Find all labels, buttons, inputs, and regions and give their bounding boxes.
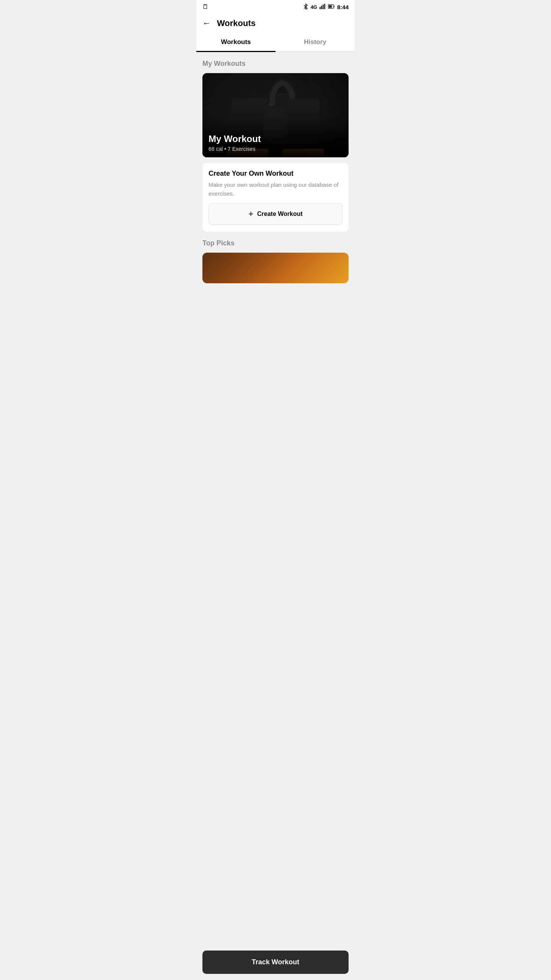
workout-card-name: My Workout (209, 134, 342, 144)
header: ← Workouts (196, 14, 355, 33)
svg-rect-6 (334, 6, 334, 7)
top-picks-title: Top Picks (202, 239, 349, 247)
create-workout-description: Make your own workout plan using our dat… (209, 181, 342, 198)
svg-rect-1 (321, 6, 322, 9)
clipboard-icon: 🗒 (202, 3, 209, 10)
create-workout-title: Create Your Own Workout (209, 170, 342, 178)
time-display: 8:44 (337, 4, 349, 10)
workout-card-overlay: My Workout 68 cal • 7 Exercises (202, 128, 349, 157)
top-picks-section: Top Picks (202, 239, 349, 283)
signal-icon (320, 4, 326, 10)
page-title: Workouts (217, 18, 256, 28)
tab-history[interactable]: History (276, 33, 355, 51)
svg-rect-5 (328, 5, 332, 8)
svg-rect-0 (320, 7, 321, 9)
status-bar-left: 🗒 (202, 3, 209, 10)
create-workout-button[interactable]: + Create Workout (209, 203, 342, 225)
workout-card-meta: 68 cal • 7 Exercises (209, 146, 342, 152)
top-picks-preview (202, 253, 349, 283)
workout-card[interactable]: My Workout 68 cal • 7 Exercises (202, 73, 349, 157)
plus-icon: + (248, 210, 253, 218)
network-label: 4G (311, 4, 317, 10)
my-workouts-section: My Workouts (202, 60, 349, 232)
status-bar-right: 4G 8:44 (303, 3, 349, 11)
bluetooth-icon (303, 3, 308, 11)
svg-rect-2 (323, 5, 324, 9)
svg-rect-3 (324, 4, 325, 9)
status-bar: 🗒 4G 8:44 (196, 0, 355, 14)
back-button[interactable]: ← (202, 18, 211, 28)
tab-workouts[interactable]: Workouts (196, 33, 276, 51)
create-workout-card: Create Your Own Workout Make your own wo… (202, 163, 349, 232)
main-content: My Workouts (196, 52, 355, 322)
tabs-container: Workouts History (196, 33, 355, 52)
my-workouts-title: My Workouts (202, 60, 349, 68)
create-workout-button-label: Create Workout (257, 211, 303, 217)
battery-icon (328, 4, 335, 10)
